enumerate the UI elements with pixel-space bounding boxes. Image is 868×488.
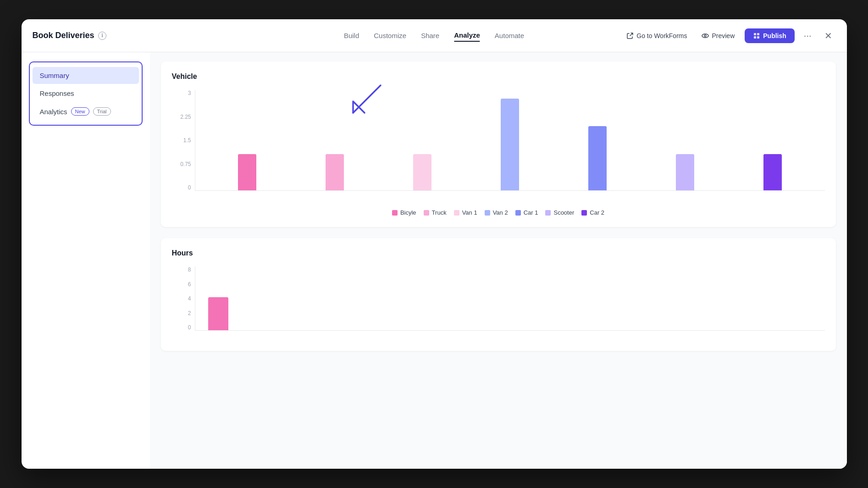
svg-point-1 (704, 35, 706, 37)
preview-button[interactable]: Preview (697, 29, 739, 42)
eye-icon (702, 32, 709, 39)
legend-dot-truck (424, 210, 429, 216)
vehicle-chart-card: Vehicle 3 2.25 1.5 0.75 0 (161, 61, 836, 227)
tab-automate[interactable]: Automate (495, 30, 524, 41)
header-right: Go to WorkForms Preview Publish ··· (622, 28, 835, 43)
legend-bicycle: Bicyle (392, 209, 416, 216)
svg-rect-2 (754, 33, 756, 35)
legend-scooter: Scooter (545, 209, 574, 216)
y-label-225: 2.25 (180, 114, 191, 120)
publish-button[interactable]: Publish (745, 28, 795, 43)
tab-customize[interactable]: Customize (374, 30, 406, 41)
hours-y-label-0: 0 (188, 324, 191, 331)
legend-dot-van1 (454, 210, 459, 216)
bar-van1 (380, 154, 465, 190)
legend-label-car1: Car 1 (524, 209, 538, 216)
external-link-icon (626, 32, 634, 39)
y-axis-hours: 8 6 4 2 0 (172, 266, 195, 331)
hours-y-label-6: 6 (188, 281, 191, 288)
legend-dot-bicycle (392, 210, 398, 216)
legend-label-bicycle: Bicyle (400, 209, 416, 216)
legend-dot-scooter (545, 210, 551, 216)
publish-label: Publish (763, 32, 786, 39)
hours-bars-group (195, 266, 825, 331)
hours-chart-card: Hours 8 6 4 2 0 (161, 238, 836, 351)
legend-label-scooter: Scooter (553, 209, 574, 216)
close-button[interactable]: ✕ (821, 28, 836, 43)
goto-workforms-button[interactable]: Go to WorkForms (622, 29, 691, 42)
bar-van2 (467, 99, 553, 190)
app-title: Book Deliveries (33, 31, 94, 40)
bar-car1 (555, 126, 641, 190)
y-label-15: 1.5 (183, 137, 191, 144)
hours-y-label-2: 2 (188, 310, 191, 316)
legend-dot-van2 (485, 210, 490, 216)
svg-rect-3 (757, 33, 759, 35)
goto-workforms-label: Go to WorkForms (636, 32, 687, 39)
hours-chart-container: 8 6 4 2 0 (172, 266, 825, 340)
y-label-3: 3 (188, 90, 191, 96)
y-label-075: 0.75 (180, 161, 191, 167)
legend-dot-car1 (515, 210, 521, 216)
vehicle-chart-legend: Bicyle Truck Van 1 Van 2 (172, 209, 825, 216)
legend-car2: Car 2 (581, 209, 604, 216)
sidebar-item-analytics[interactable]: Analytics New Trial (33, 103, 139, 120)
sidebar-summary-label: Summary (40, 72, 69, 79)
header-nav: Build Customize Share Analyze Automate (344, 29, 524, 42)
tab-build[interactable]: Build (344, 30, 359, 41)
sidebar-analytics-label: Analytics (40, 108, 67, 116)
svg-rect-4 (754, 36, 756, 39)
hours-y-label-8: 8 (188, 266, 191, 273)
vehicle-chart-container: 3 2.25 1.5 0.75 0 (172, 90, 825, 216)
legend-van1: Van 1 (454, 209, 477, 216)
sidebar-responses-label: Responses (40, 89, 74, 97)
app-window: Book Deliveries ℹ Build Customize Share … (22, 19, 847, 469)
main-content: Summary Responses Analytics New Trial Ve… (22, 52, 847, 469)
bars-group-vehicle (195, 90, 825, 191)
svg-rect-5 (757, 36, 759, 39)
bar-bicycle (205, 154, 290, 190)
legend-truck: Truck (424, 209, 447, 216)
legend-van2: Van 2 (485, 209, 508, 216)
svg-point-0 (702, 34, 708, 38)
bar-car2 (730, 154, 816, 190)
more-options-button[interactable]: ··· (800, 28, 815, 43)
hours-chart-title: Hours (172, 249, 825, 257)
legend-label-van1: Van 1 (462, 209, 477, 216)
y-label-0: 0 (188, 184, 191, 191)
legend-label-van2: Van 2 (493, 209, 508, 216)
hours-y-label-4: 4 (188, 295, 191, 302)
sidebar-item-responses[interactable]: Responses (33, 85, 139, 102)
hours-bar-chart: 8 6 4 2 0 (172, 266, 825, 340)
sidebar: Summary Responses Analytics New Trial (22, 52, 150, 469)
legend-label-truck: Truck (432, 209, 447, 216)
preview-label: Preview (712, 32, 735, 39)
tab-share[interactable]: Share (421, 30, 439, 41)
legend-label-car2: Car 2 (590, 209, 604, 216)
vehicle-chart-title: Vehicle (172, 72, 825, 81)
vehicle-bar-chart: 3 2.25 1.5 0.75 0 (172, 90, 825, 200)
legend-car1: Car 1 (515, 209, 538, 216)
hours-bar-1 (205, 297, 232, 330)
header-left: Book Deliveries ℹ (33, 31, 106, 40)
tab-analyze[interactable]: Analyze (454, 29, 480, 42)
charts-area: Vehicle 3 2.25 1.5 0.75 0 (150, 52, 847, 469)
bar-truck (292, 154, 378, 190)
info-icon[interactable]: ℹ (98, 32, 106, 40)
publish-icon (753, 32, 760, 39)
badge-trial: Trial (93, 107, 111, 116)
header: Book Deliveries ℹ Build Customize Share … (22, 19, 847, 52)
badge-new: New (71, 107, 89, 116)
y-axis-vehicle: 3 2.25 1.5 0.75 0 (172, 90, 195, 191)
legend-dot-car2 (581, 210, 587, 216)
sidebar-panel: Summary Responses Analytics New Trial (29, 61, 143, 126)
sidebar-item-summary[interactable]: Summary (33, 67, 139, 84)
bar-scooter (642, 154, 728, 190)
